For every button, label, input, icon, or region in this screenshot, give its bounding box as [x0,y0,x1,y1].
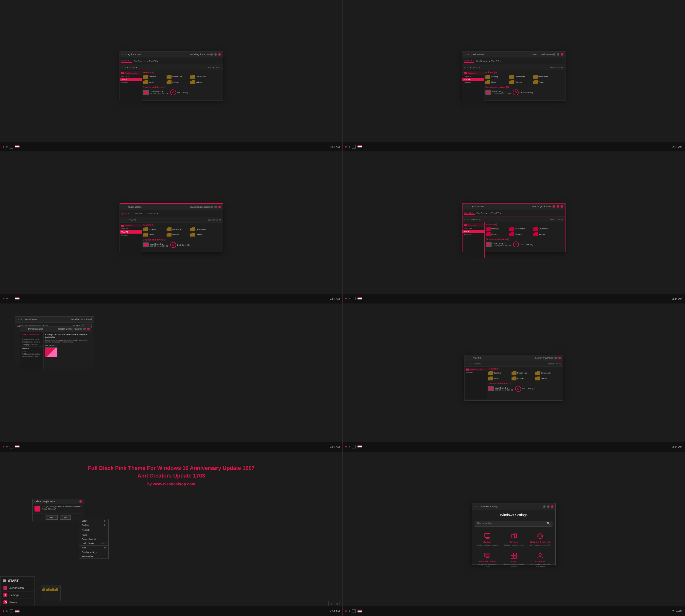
pers-desktop-icons[interactable]: Change desktop icons [20,338,43,340]
pers-mouse[interactable]: Change mouse pointers [20,340,43,343]
fm-6[interactable]: Music [488,376,510,380]
search-dot-1[interactable] [6,146,8,148]
max-6[interactable] [554,357,557,359]
ts2-7[interactable] [6,610,8,612]
dd-yes[interactable]: Yes [46,515,58,520]
sw-min[interactable] [543,505,546,508]
sq-3[interactable]: Quick ac... [120,224,142,227]
start-item-settings[interactable]: ⚙ Settings [0,592,35,599]
taskbar-link[interactable]: Taskbar and Navigation [20,353,43,355]
sidebar-pc-2[interactable]: This PC [462,78,484,81]
fdoc-3[interactable]: Documents [167,227,189,231]
task-view-2[interactable] [352,145,356,149]
search-tb-3[interactable]: Search This PC [207,219,221,221]
nav-btn-1[interactable]: ← → [121,66,126,69]
nav-arrows-3[interactable]: ← → [122,206,127,208]
folder-music-2[interactable]: Music [485,80,508,84]
search-3b[interactable] [6,298,8,300]
minimize-btn-2[interactable] [553,53,555,56]
tv-5[interactable] [9,445,13,448]
settings-accounts[interactable]: Accounts Your accounts, email, sync, wor… [528,550,552,569]
settings-apps[interactable]: Apps Uninstall, defaults, optional featu… [502,550,526,569]
max-4[interactable] [557,205,559,208]
ribbon-tab-2[interactable]: ▸ This PC ▸ [147,60,158,62]
so-3[interactable]: OneDrive [120,227,142,230]
start-dot-1[interactable] [3,146,4,148]
sidebar-thispc-1[interactable]: This PC [120,78,142,81]
min-3[interactable] [211,206,213,208]
fdoc-6[interactable]: Documents [511,371,534,375]
folder-pictures-1[interactable]: Pictures [167,80,189,84]
dd-no[interactable]: No [60,515,71,520]
nav-arrows-1[interactable]: ← → [122,53,127,56]
fm-4[interactable]: Music [486,232,508,236]
folder-pics-2[interactable]: Pictures [509,80,531,84]
pers-home[interactable]: Control Panel Home [20,333,43,336]
folder-music-1[interactable]: Music [143,80,165,84]
close-btn-1[interactable] [218,53,221,56]
nav-4[interactable]: ← → [464,205,470,208]
ts-4[interactable] [345,298,347,300]
pclose[interactable] [87,328,90,330]
sq-6[interactable]: Quick access [465,368,487,371]
search-dot-2[interactable] [349,146,350,148]
sw-max[interactable] [547,505,550,508]
ts2-8[interactable] [349,610,350,612]
ribbon-active-2[interactable]: Quick ac... [464,59,474,63]
fm-3[interactable]: Music [143,233,165,237]
fv-4[interactable]: Videos [533,232,555,236]
ts-6[interactable] [345,446,347,447]
tv-7[interactable] [9,609,13,613]
settings-network[interactable]: Network & Internet Wi-Fi, airplane mode,… [528,530,552,548]
ts-5[interactable] [3,446,4,447]
settings-system[interactable]: System Display, notifications, power [475,530,500,548]
folder-documents-1[interactable]: Documents [167,75,189,79]
sn-3[interactable]: Network [120,234,142,237]
fdl-6[interactable]: Downloads [535,371,557,375]
sidebar-quick-2[interactable]: Quick ac... [462,71,484,75]
ribbon-pc-3[interactable]: ▸ This PC ▸ [147,213,158,215]
display-link[interactable]: Display [20,350,43,353]
sidebar-network-1[interactable]: Network [120,81,142,84]
cm-personalize[interactable]: Personalize [79,554,108,558]
pers-nav[interactable]: ← → [22,328,27,330]
start-3[interactable] [3,298,4,300]
fdl-3[interactable]: Downloads [190,227,213,231]
tv-6[interactable] [352,445,356,448]
stb-4[interactable]: Search This PC [550,218,564,221]
cm-paste[interactable]: Paste [79,533,108,537]
min-6[interactable] [550,357,553,359]
ribbon-tab-active-1[interactable]: Quick ac... [121,59,132,63]
tv-3[interactable] [9,297,13,300]
close-3[interactable] [218,206,221,208]
sn-6[interactable]: Network [465,371,487,374]
sn-4[interactable]: Network [463,233,484,236]
ribbon-active-3[interactable]: Quick ac... [121,212,132,215]
search-tb-2[interactable]: Search This PC [550,66,564,68]
min-4[interactable] [553,205,555,208]
folder-desktop-2[interactable]: Desktop [485,75,508,79]
cm-undo[interactable]: Undo Delete Ctrl+Z [79,541,108,546]
taskbar-icon-2[interactable]: ◎ [335,601,340,606]
folder-desktop-1[interactable]: Desktop [143,75,165,79]
folder-docs-2[interactable]: Documents [509,75,531,79]
fp-6[interactable]: Pictures [511,376,534,380]
cm-view[interactable]: View ▶ [79,519,108,523]
pers-account[interactable]: Change your account... [20,343,43,346]
sq-4[interactable]: Quick ac... [463,223,484,227]
close-4[interactable] [560,205,563,208]
folder-vids-2[interactable]: Videos [533,80,555,84]
folder-videos-1[interactable]: Videos [190,80,213,84]
start-dot-2[interactable] [345,146,347,148]
nav-btn-2[interactable]: ← → [464,66,469,69]
dd-close[interactable] [79,500,82,503]
so-4[interactable]: OneDrive [463,227,484,230]
theme-preview[interactable] [45,347,58,357]
ribbon-pc-2[interactable]: ▸ This PC ▸ [489,60,501,62]
fv-6[interactable]: Videos [535,376,557,380]
folder-dl-2[interactable]: Downloads [533,75,555,79]
rpc-4[interactable]: ▸ This PC ▸ [490,212,501,214]
spc-4[interactable]: This PC [463,230,484,233]
ra-4[interactable]: Quick ac... [464,212,474,215]
fd-6[interactable]: Desktop [488,371,510,375]
